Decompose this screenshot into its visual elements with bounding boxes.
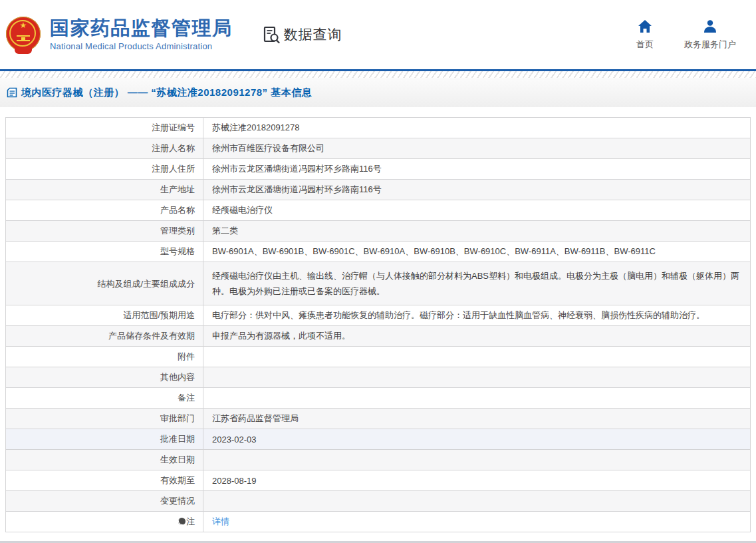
table-row: 审批部门江苏省药品监督管理局: [6, 409, 751, 429]
row-label: 注册人名称: [6, 138, 203, 159]
row-value: 经颅磁电治疗仪: [203, 200, 751, 221]
row-label: 生产地址: [6, 180, 203, 200]
row-value: 详情: [203, 512, 751, 532]
row-value: [203, 491, 751, 512]
row-value: [203, 367, 751, 388]
row-label: 注册证编号: [6, 118, 203, 138]
row-value: 徐州市云龙区潘塘街道冯园村环乡路南116号: [203, 180, 751, 200]
site-header: ★ 国家药品监督管理局 National Medical Products Ad…: [0, 0, 756, 69]
user-icon: [703, 19, 717, 34]
row-label: 产品名称: [6, 200, 203, 221]
row-value: 徐州市云龙区潘塘街道冯园村环乡路南116号: [203, 159, 751, 180]
detail-link[interactable]: 详情: [212, 516, 229, 526]
table-row: 生产地址徐州市云龙区潘塘街道冯园村环乡路南116号: [6, 180, 751, 200]
row-label: 管理类别: [6, 221, 203, 242]
registration-info-table: 注册证编号苏械注准20182091278注册人名称徐州市百维医疗设备有限公司注册…: [5, 117, 751, 532]
row-value: 第二类: [203, 221, 751, 242]
table-row: 备注: [6, 388, 751, 409]
table-row: 适用范围/预期用途电疗部分：供对中风、瘫痪患者功能恢复的辅助治疗。磁疗部分：适用…: [6, 305, 751, 326]
emblem-gate-icon: [17, 35, 30, 41]
table-row: 结构及组成/主要组成成分经颅磁电治疗仪由主机、输出线、治疗帽（与人体接触的部分材…: [6, 262, 751, 305]
row-value: 申报产品为有源器械，此项不适用。: [203, 326, 751, 347]
table-row: 注详情: [6, 512, 751, 532]
row-value: [203, 388, 751, 409]
row-value: 徐州市百维医疗设备有限公司: [203, 138, 751, 159]
row-label: 批准日期: [6, 429, 203, 450]
breadcrumb-bar: 境内医疗器械（注册） —— “苏械注准20182091278” 基本信息: [0, 78, 756, 107]
row-value: 苏械注准20182091278: [203, 118, 751, 138]
table-row: 注册人住所徐州市云龙区潘塘街道冯园村环乡路南116号: [6, 159, 751, 180]
data-query-tab[interactable]: 数据查询: [262, 25, 342, 44]
table-row: 批准日期2023-02-03: [6, 429, 751, 450]
row-value: BW-6901A、BW-6901B、BW-6901C、BW-6910A、BW-6…: [203, 242, 751, 262]
row-value: 电疗部分：供对中风、瘫痪患者功能恢复的辅助治疗。磁疗部分：适用于缺血性脑血管病、…: [203, 305, 751, 326]
row-label: 适用范围/预期用途: [6, 305, 203, 326]
note-dot-icon: [178, 518, 186, 525]
table-row: 管理类别第二类: [6, 221, 751, 242]
document-icon: [7, 87, 17, 98]
row-label: 有效期至: [6, 470, 203, 491]
nav-home-label: 首页: [636, 39, 654, 51]
row-label: 生效日期: [6, 450, 203, 470]
table-row: 有效期至2028-08-19: [6, 470, 751, 491]
nav-gov-portal-label: 政务服务门户: [684, 39, 736, 51]
row-label: 审批部门: [6, 409, 203, 429]
site-title: 国家药品监督管理局: [50, 18, 233, 38]
row-value: [203, 347, 751, 367]
row-value: 2028-08-19: [203, 470, 751, 491]
emblem-ribbon: [15, 47, 32, 54]
row-label: 注: [6, 512, 203, 532]
national-emblem-logo: ★: [5, 15, 41, 54]
table-row: 变更情况: [6, 491, 751, 512]
row-label: 型号规格: [6, 242, 203, 262]
data-query-label: 数据查询: [284, 25, 342, 44]
nav-item-gov-portal[interactable]: 政务服务门户: [684, 19, 736, 51]
document-search-icon: [262, 25, 281, 44]
table-row: 附件: [6, 347, 751, 367]
table-row: 产品储存条件及有效期申报产品为有源器械，此项不适用。: [6, 326, 751, 347]
info-table-body: 注册证编号苏械注准20182091278注册人名称徐州市百维医疗设备有限公司注册…: [6, 118, 751, 532]
brand-block: 国家药品监督管理局 National Medical Products Admi…: [50, 18, 233, 51]
table-row: 型号规格BW-6901A、BW-6901B、BW-6901C、BW-6910A、…: [6, 242, 751, 262]
row-value: [203, 450, 751, 470]
table-row: 生效日期: [6, 450, 751, 470]
home-icon: [638, 19, 652, 34]
row-value: 江苏省药品监督管理局: [203, 409, 751, 429]
row-label: 备注: [6, 388, 203, 409]
row-value: 2023-02-03: [203, 429, 751, 450]
table-row: 其他内容: [6, 367, 751, 388]
hatch-stripe-band: [0, 71, 756, 78]
emblem-stars-icon: ★: [5, 21, 41, 29]
main-content: 注册证编号苏械注准20182091278注册人名称徐州市百维医疗设备有限公司注册…: [0, 107, 756, 532]
table-row: 注册人名称徐州市百维医疗设备有限公司: [6, 138, 751, 159]
table-row: 产品名称经颅磁电治疗仪: [6, 200, 751, 221]
row-label: 产品储存条件及有效期: [6, 326, 203, 347]
row-label: 其他内容: [6, 367, 203, 388]
row-value: 经颅磁电治疗仪由主机、输出线、治疗帽（与人体接触的部分材料为ABS塑料）和电极组…: [203, 262, 751, 305]
top-navigation: 首页 政务服务门户: [636, 19, 736, 51]
table-row: 注册证编号苏械注准20182091278: [6, 118, 751, 138]
row-label: 变更情况: [6, 491, 203, 512]
row-label: 注册人住所: [6, 159, 203, 180]
page-title: 境内医疗器械（注册） —— “苏械注准20182091278” 基本信息: [21, 87, 312, 99]
site-subtitle: National Medical Products Administration: [50, 41, 233, 51]
row-label: 附件: [6, 347, 203, 367]
row-label: 结构及组成/主要组成成分: [6, 262, 203, 305]
nav-item-home[interactable]: 首页: [636, 19, 654, 51]
